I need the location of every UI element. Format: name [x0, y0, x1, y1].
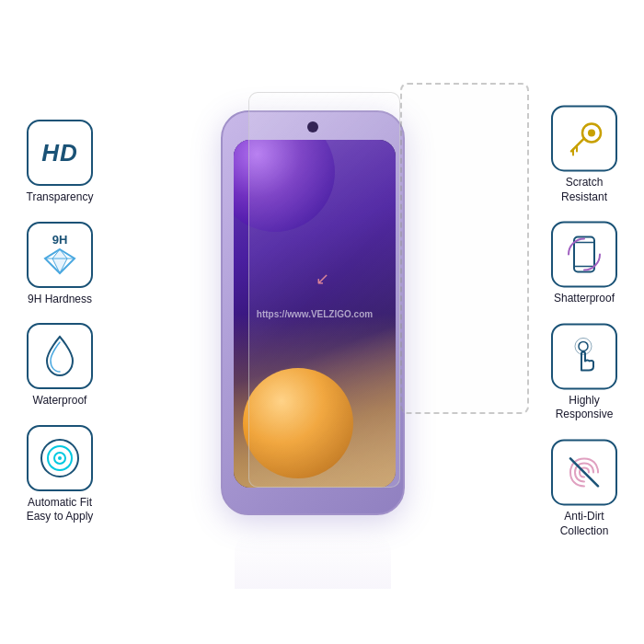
- protector-outline: [400, 83, 529, 414]
- 9h-icon: 9H: [43, 234, 76, 275]
- svg-point-8: [588, 129, 595, 136]
- hd-icon-box: HD: [27, 120, 93, 186]
- scratch-icon-box: [551, 105, 617, 171]
- hd-label: Transparency: [27, 190, 94, 205]
- screen-protector: [248, 92, 400, 488]
- feature-responsive: HighlyResponsive: [551, 323, 617, 422]
- shatterproof-label: Shatterproof: [554, 293, 615, 307]
- antidirt-icon-box: [551, 439, 617, 505]
- feature-shatterproof: Shatterproof: [551, 222, 617, 307]
- key-icon: [564, 118, 604, 158]
- feature-antidirt: Anti-DirtCollection: [551, 439, 617, 538]
- 9h-label: 9H Hardness: [28, 293, 92, 307]
- phone-area: ↙ https://www.VELZIGO.com: [156, 37, 488, 607]
- svg-point-15: [579, 341, 588, 351]
- feature-autofit: Automatic FitEasy to Apply: [27, 425, 94, 524]
- responsive-icon-box: [551, 323, 617, 389]
- feature-waterproof: Waterproof: [27, 323, 93, 408]
- antidirt-label: Anti-DirtCollection: [560, 510, 609, 538]
- shatterproof-icon-box: [551, 222, 617, 288]
- target-icon: [37, 435, 83, 481]
- waterdrop-icon: [43, 335, 76, 377]
- feature-9h: 9H 9H Hardness: [27, 222, 93, 307]
- hand-icon: [563, 335, 605, 377]
- hd-icon: HD: [41, 139, 78, 167]
- autofit-label: Automatic FitEasy to Apply: [27, 496, 94, 524]
- diamond-svg: [43, 247, 76, 275]
- main-container: HD Transparency 9H 9H Hardness: [0, 0, 644, 644]
- left-features: HD Transparency 9H 9H Hardness: [9, 120, 110, 524]
- waterproof-icon-box: [27, 323, 93, 389]
- svg-point-6: [58, 456, 62, 460]
- phone-wrapper: ↙ https://www.VELZIGO.com: [221, 110, 423, 534]
- scratch-label: ScratchResistant: [561, 176, 607, 204]
- feature-scratch: ScratchResistant: [551, 105, 617, 204]
- phone-reflection: [235, 534, 391, 589]
- fingerprint-icon: [563, 451, 605, 493]
- shatter-icon: [563, 234, 605, 276]
- autofit-icon-box: [27, 425, 93, 491]
- feature-hd: HD Transparency: [27, 120, 94, 205]
- responsive-label: HighlyResponsive: [556, 394, 614, 422]
- right-features: ScratchResistant Shatterproof: [534, 105, 635, 538]
- waterproof-label: Waterproof: [33, 394, 87, 408]
- 9h-icon-box: 9H: [27, 222, 93, 288]
